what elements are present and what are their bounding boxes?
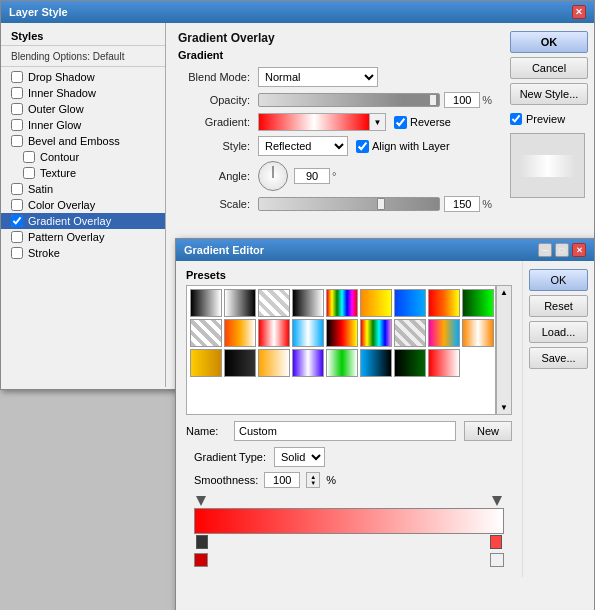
reverse-label: Reverse (410, 116, 451, 128)
preview-checkbox[interactable] (510, 113, 522, 125)
effect-texture[interactable]: Texture (1, 165, 165, 181)
preset-swatch-20[interactable] (428, 319, 460, 347)
preset-swatch-25[interactable] (190, 349, 222, 377)
effect-stroke[interactable]: Stroke (1, 245, 165, 261)
name-input[interactable] (234, 421, 456, 441)
pattern-overlay-checkbox[interactable] (11, 231, 23, 243)
smoothness-input[interactable] (264, 472, 300, 488)
gradient-overlay-label: Gradient Overlay (28, 215, 111, 227)
drop-shadow-checkbox[interactable] (11, 71, 23, 83)
preset-swatch-21[interactable] (462, 319, 494, 347)
close-icon[interactable]: ✕ (572, 5, 586, 19)
style-select[interactable]: Reflected (258, 136, 348, 156)
effect-outer-glow[interactable]: Outer Glow (1, 101, 165, 117)
preset-swatch-4[interactable] (292, 289, 324, 317)
effect-color-overlay[interactable]: Color Overlay (1, 197, 165, 213)
preset-swatch-30[interactable] (360, 349, 392, 377)
preview-checkbox-row: Preview (510, 113, 588, 125)
preset-swatch-29[interactable] (326, 349, 358, 377)
texture-checkbox[interactable] (23, 167, 35, 179)
bevel-emboss-label: Bevel and Emboss (28, 135, 120, 147)
preset-swatch-15[interactable] (258, 319, 290, 347)
preset-swatch-18[interactable] (360, 319, 392, 347)
top-stop-left[interactable] (196, 496, 206, 506)
preset-swatch-6[interactable] (360, 289, 392, 317)
ge-save-button[interactable]: Save... (529, 347, 588, 369)
outer-glow-label: Outer Glow (28, 103, 84, 115)
scale-input[interactable] (444, 196, 480, 212)
contour-checkbox[interactable] (23, 151, 35, 163)
effect-bevel-emboss[interactable]: Bevel and Emboss (1, 133, 165, 149)
stroke-checkbox[interactable] (11, 247, 23, 259)
ge-reset-button[interactable]: Reset (529, 295, 588, 317)
preset-swatch-13[interactable] (190, 319, 222, 347)
preset-swatch-27[interactable] (258, 349, 290, 377)
align-layer-checkbox[interactable] (356, 140, 369, 153)
effect-pattern-overlay[interactable]: Pattern Overlay (1, 229, 165, 245)
preset-swatch-7[interactable] (394, 289, 426, 317)
preset-swatch-9[interactable] (462, 289, 494, 317)
maximize-icon[interactable]: □ (555, 243, 569, 257)
top-stop-right[interactable] (492, 496, 502, 506)
outer-glow-checkbox[interactable] (11, 103, 23, 115)
opacity-slider-thumb[interactable] (429, 94, 437, 106)
spinner-down-icon[interactable]: ▼ (310, 480, 316, 486)
cancel-button[interactable]: Cancel (510, 57, 588, 79)
preset-swatch-3[interactable] (258, 289, 290, 317)
blend-mode-select[interactable]: Normal (258, 67, 378, 87)
minimize-icon[interactable]: ─ (538, 243, 552, 257)
preset-swatch-5[interactable] (326, 289, 358, 317)
layer-style-title-bar: Layer Style ✕ (1, 1, 594, 23)
preset-swatch-31[interactable] (394, 349, 426, 377)
scroll-up-icon[interactable]: ▲ (500, 288, 508, 297)
effect-contour[interactable]: Contour (1, 149, 165, 165)
gradient-picker[interactable]: ▼ (258, 113, 386, 131)
effect-drop-shadow[interactable]: Drop Shadow (1, 69, 165, 85)
effect-satin[interactable]: Satin (1, 181, 165, 197)
preset-swatch-17[interactable] (326, 319, 358, 347)
angle-input[interactable] (294, 168, 330, 184)
bottom-stop-left[interactable] (196, 535, 208, 549)
inner-shadow-checkbox[interactable] (11, 87, 23, 99)
reverse-checkbox[interactable] (394, 116, 407, 129)
main-gradient-bar[interactable] (194, 508, 504, 534)
preset-swatch-26[interactable] (224, 349, 256, 377)
effect-inner-shadow[interactable]: Inner Shadow (1, 85, 165, 101)
ge-load-button[interactable]: Load... (529, 321, 588, 343)
new-style-button[interactable]: New Style... (510, 83, 588, 105)
inner-glow-checkbox[interactable] (11, 119, 23, 131)
preset-swatch-28[interactable] (292, 349, 324, 377)
bevel-emboss-checkbox[interactable] (11, 135, 23, 147)
inner-shadow-label: Inner Shadow (28, 87, 96, 99)
opacity-slider[interactable] (258, 93, 440, 107)
preset-swatch-2[interactable] (224, 289, 256, 317)
preset-swatch-1[interactable] (190, 289, 222, 317)
effect-inner-glow[interactable]: Inner Glow (1, 117, 165, 133)
ge-ok-button[interactable]: OK (529, 269, 588, 291)
preset-swatch-16[interactable] (292, 319, 324, 347)
inner-glow-label: Inner Glow (28, 119, 81, 131)
scale-slider[interactable] (258, 197, 440, 211)
ok-button[interactable]: OK (510, 31, 588, 53)
scroll-down-icon[interactable]: ▼ (500, 403, 508, 412)
gradient-type-select[interactable]: Solid (274, 447, 325, 467)
new-gradient-button[interactable]: New (464, 421, 512, 441)
preset-swatch-19[interactable] (394, 319, 426, 347)
color-overlay-checkbox[interactable] (11, 199, 23, 211)
presets-scrollbar[interactable]: ▲ ▼ (496, 285, 512, 415)
preset-swatch-32[interactable] (428, 349, 460, 377)
smoothness-spinner[interactable]: ▲ ▼ (306, 472, 320, 488)
satin-checkbox[interactable] (11, 183, 23, 195)
gradient-overlay-checkbox[interactable] (11, 215, 23, 227)
bottom-stop-right[interactable] (490, 535, 502, 549)
blend-mode-label: Blend Mode: (178, 71, 258, 83)
gradient-dropdown-arrow[interactable]: ▼ (369, 114, 385, 130)
effect-gradient-overlay[interactable]: Gradient Overlay (1, 213, 165, 229)
presets-grid-container[interactable] (186, 285, 496, 415)
opacity-input[interactable] (444, 92, 480, 108)
angle-dial[interactable] (258, 161, 288, 191)
scale-slider-thumb[interactable] (377, 198, 385, 210)
close-icon[interactable]: ✕ (572, 243, 586, 257)
preset-swatch-14[interactable] (224, 319, 256, 347)
preset-swatch-8[interactable] (428, 289, 460, 317)
